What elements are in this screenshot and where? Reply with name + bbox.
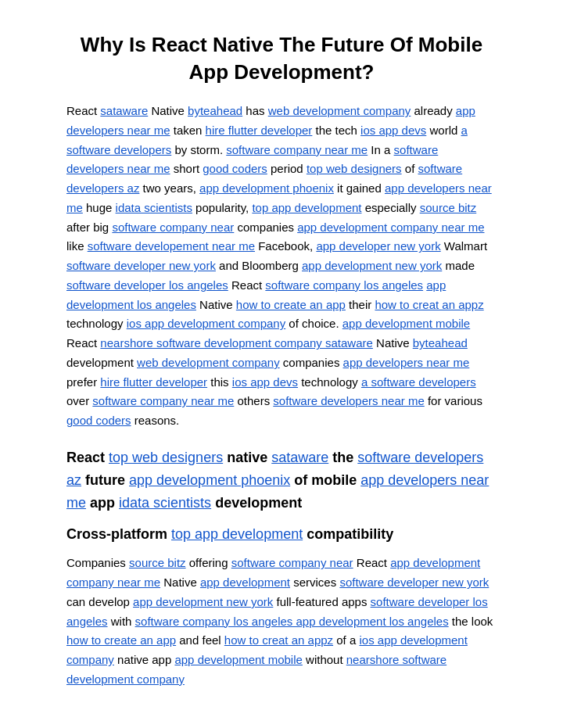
link-software-dev-new-york-2[interactable]: software developer new york	[339, 576, 489, 589]
link-good-coders-1[interactable]: good coders	[203, 162, 267, 175]
link-byteahead-2[interactable]: byteahead	[413, 336, 468, 350]
link-app-dev-phoenix-2[interactable]: app development phoenix	[129, 472, 290, 488]
link-app-dev-mobile-1[interactable]: app development mobile	[342, 317, 470, 330]
link-how-to-create-app-2[interactable]: how to create an app	[66, 633, 176, 647]
mixed-heading-section: React top web designers native sataware …	[66, 446, 497, 514]
heading-the: the	[332, 450, 353, 465]
paragraph-1: React sataware Native byteahead has web …	[66, 102, 497, 431]
link-how-to-creat-appz-1[interactable]: how to creat an appz	[375, 298, 483, 311]
link-app-dev-phoenix-1[interactable]: app development phoenix	[199, 181, 334, 195]
link-how-to-create-app-1[interactable]: how to create an app	[236, 298, 346, 311]
compatibility-bold: compatibility	[307, 526, 393, 542]
link-software-company-near-me-1[interactable]: software company near me	[226, 143, 368, 156]
link-software-devs-near-me-2[interactable]: software developers near me	[273, 394, 424, 407]
heading-of-mobile: of mobile	[294, 472, 357, 488]
link-software-company-los-angeles-app-dev-2[interactable]: software company los angeles app develop…	[135, 615, 449, 628]
link-top-app-dev-1[interactable]: top app development	[252, 201, 361, 214]
link-app-developer-new-york-1[interactable]: app developer new york	[316, 239, 440, 253]
link-app-dev-company-near-me-1[interactable]: app development company near me	[297, 221, 484, 234]
link-web-dev-company-2[interactable]: web development company	[137, 356, 280, 369]
link-a-software-devs-2[interactable]: a software developers	[361, 375, 476, 389]
link-software-company-near-me-2[interactable]: software company near me	[92, 394, 234, 407]
link-ios-app-dev-company-1[interactable]: ios app development company	[127, 317, 285, 330]
cross-platform-bold: Cross-platform	[66, 526, 167, 542]
heading-app: app	[90, 495, 115, 511]
link-good-coders-2[interactable]: good coders	[66, 414, 131, 427]
link-source-bitz-1[interactable]: source bitz	[420, 201, 477, 214]
link-nearshore-sataware-1[interactable]: nearshore software development company s…	[100, 336, 373, 350]
heading-future: future	[85, 472, 125, 488]
heading-development: development	[215, 495, 302, 511]
link-software-developement-near-me-1[interactable]: software developement near me	[88, 239, 255, 253]
link-ios-app-devs-2[interactable]: ios app devs	[232, 375, 298, 389]
link-app-dev-mobile-2[interactable]: app development mobile	[174, 653, 302, 666]
heading-react: React	[66, 450, 105, 465]
cross-platform-heading: Cross-platform top app development compa…	[66, 526, 497, 543]
link-top-app-dev-2[interactable]: top app development	[171, 526, 303, 542]
link-app-development-1[interactable]: app development	[200, 576, 290, 589]
heading-native: native	[227, 450, 267, 465]
link-software-company-near-1[interactable]: software company near	[112, 221, 234, 234]
link-top-web-designers-2[interactable]: top web designers	[109, 450, 223, 465]
link-software-company-los-angeles-1[interactable]: software company los angeles	[265, 278, 423, 292]
link-top-web-designers-1[interactable]: top web designers	[307, 162, 402, 175]
link-sataware-2[interactable]: sataware	[271, 450, 328, 465]
link-idata-scientists-1[interactable]: idata scientists	[116, 201, 192, 214]
paragraph-2: Companies source bitz offering software …	[66, 554, 497, 689]
link-web-dev-company-1[interactable]: web development company	[268, 104, 411, 117]
link-byteahead-1[interactable]: byteahead	[188, 104, 242, 117]
link-idata-scientists-2[interactable]: idata scientists	[119, 495, 211, 511]
link-hire-flutter-1[interactable]: hire flutter developer	[206, 124, 313, 137]
link-software-dev-new-york-1[interactable]: software developer new york	[66, 259, 216, 272]
page-title: Why Is React Native The Future Of Mobile…	[66, 31, 497, 86]
link-sataware-1[interactable]: sataware	[100, 104, 148, 117]
link-how-to-creat-appz-2[interactable]: how to creat an appz	[224, 633, 333, 647]
link-app-dev-new-york-2[interactable]: app development new york	[133, 595, 273, 608]
link-ios-app-devs-1[interactable]: ios app devs	[360, 124, 426, 137]
link-hire-flutter-2[interactable]: hire flutter developer	[100, 375, 207, 389]
link-source-bitz-2[interactable]: source bitz	[129, 556, 186, 569]
link-software-company-near-2[interactable]: software company near	[231, 556, 353, 569]
link-software-dev-los-angeles-1[interactable]: software developer los angeles	[66, 278, 228, 292]
link-app-devs-near-me-3[interactable]: app developers near me	[343, 356, 470, 369]
link-app-dev-new-york-1[interactable]: app development new york	[302, 259, 442, 272]
